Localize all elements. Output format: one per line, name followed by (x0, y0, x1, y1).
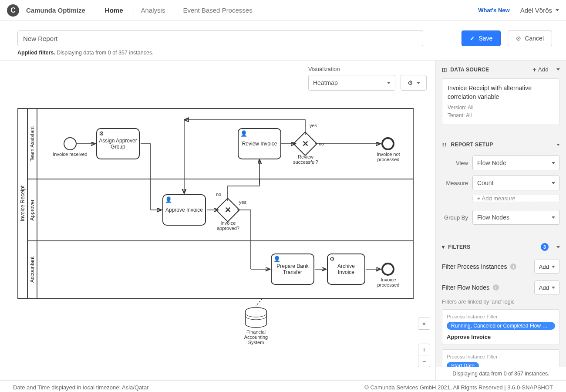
data-source-card[interactable]: Invoice Receipt with alternative correla… (442, 78, 560, 125)
chevron-down-icon (417, 82, 420, 84)
filter-card-type: Process Instance Filter (447, 354, 555, 359)
section-title: DATA SOURCE (450, 67, 489, 73)
bpmn-pool: Invoice Receipt Team Assistant Invoice r… (17, 108, 414, 299)
filter-card-type: Process Instance Filter (447, 314, 555, 319)
edge-label-yes: yes (310, 123, 317, 128)
nav-home[interactable]: Home (98, 4, 130, 17)
task-label: Archive Invoice (330, 263, 363, 275)
cube-icon: ◫ (442, 67, 447, 73)
chevron-down-icon (556, 9, 559, 11)
visualization-label: Visualization (308, 66, 395, 72)
task-label: Review Invoice (242, 141, 277, 147)
info-icon[interactable]: i (493, 284, 499, 291)
add-label: Add (539, 284, 549, 291)
start-event[interactable] (64, 137, 77, 150)
chevron-down-icon (552, 162, 555, 164)
section-title: FILTERS (448, 244, 470, 250)
pool-label: Invoice Receipt (20, 186, 26, 221)
nav-separator (96, 6, 96, 15)
gear-icon: ⚙ (330, 256, 335, 262)
app-header: C Camunda Optimize Home Analysis Event B… (0, 0, 566, 21)
copyright-text: © Camunda Services GmbH 2021, All Rights… (364, 384, 553, 391)
filter-card[interactable]: Process Instance Filter Running, Cancele… (442, 309, 560, 345)
crosshair-icon: ⌖ (422, 320, 426, 328)
view-select[interactable]: Flow Node (472, 155, 560, 170)
end-event-label: Invoice processed (371, 277, 406, 287)
brand-name: Camunda Optimize (26, 7, 85, 14)
locate-button[interactable]: ⌖ (418, 318, 430, 330)
visualization-settings-button[interactable]: ⚙ (401, 75, 427, 91)
cancel-label: Cancel (525, 35, 544, 42)
cancel-icon: ⊘ (516, 35, 521, 42)
canvas-area: Visualization Heatmap ⚙ Invoice Receipt … (0, 61, 435, 380)
data-source-tenant: Tenant: All (448, 112, 554, 119)
report-setup-header[interactable]: ⫶⫶ REPORT SETUP (436, 136, 566, 153)
filter-pi-label: Filter Process Instances (442, 263, 507, 270)
nav-event-based-processes[interactable]: Event Based Processes (176, 4, 259, 17)
data-source-version: Version: All (448, 104, 554, 112)
filter-note: Filters are linked by 'and' logic (436, 298, 566, 309)
gear-icon: ⚙ (99, 130, 104, 137)
gateway-approve[interactable]: ✕ (216, 198, 240, 223)
lane-label: Approver (29, 199, 35, 221)
whats-new-link[interactable]: What's New (478, 7, 509, 14)
group-by-select[interactable]: Flow Nodes (472, 210, 560, 225)
bpmn-diagram[interactable]: Invoice Receipt Team Assistant Invoice r… (17, 108, 414, 351)
visualization-select[interactable]: Heatmap (308, 75, 395, 91)
task-label: Approve Invoice (165, 207, 203, 213)
save-label: Save (478, 35, 492, 42)
filters-header[interactable]: ▾ FILTERS 3 (436, 238, 566, 256)
filters-count-badge: 3 (541, 243, 549, 251)
user-menu[interactable]: Adél Vörös (520, 7, 559, 14)
applied-filters-text: Applied filters. Displaying data from 0 … (17, 50, 423, 56)
task-archive-invoice[interactable]: ⚙ Archive Invoice (327, 253, 365, 285)
data-source-header[interactable]: ◫ DATA SOURCE + Add (436, 61, 566, 78)
measure-select[interactable]: Count (472, 176, 560, 190)
gateway-approve-label: Invoice approved? (211, 220, 246, 231)
measure-label: Measure (442, 180, 468, 186)
save-button[interactable]: ✓ Save (462, 30, 501, 46)
start-event-label: Invoice received (53, 152, 88, 157)
edge-label-no: no (216, 192, 221, 197)
filter-pi-add-dropdown[interactable]: Add (534, 260, 560, 274)
plus-icon: + (532, 66, 536, 73)
gateway-review[interactable]: ✕ (293, 132, 318, 156)
task-assign-approver[interactable]: ⚙ Assign Approver Group (96, 128, 140, 159)
nav-analysis[interactable]: Analysis (134, 4, 172, 17)
task-label: Assign Approver Group (99, 138, 137, 150)
section-title: REPORT SETUP (451, 142, 493, 148)
task-approve-invoice[interactable]: 👤 Approve Invoice (162, 194, 206, 226)
add-label: Add (539, 264, 549, 270)
add-label: Add (538, 66, 549, 73)
chevron-down-icon (552, 266, 555, 268)
check-icon: ✓ (470, 35, 475, 42)
chevron-down-icon (552, 216, 555, 219)
end-event-processed[interactable] (381, 263, 394, 276)
filter-chip: Running, Canceled or Completed Flow No..… (447, 322, 555, 330)
user-name: Adél Vörös (520, 7, 552, 14)
data-store[interactable] (245, 307, 267, 328)
report-toolbar: Applied filters. Displaying data from 0 … (0, 21, 566, 61)
group-by-label: Group By (442, 214, 468, 221)
info-icon[interactable]: i (510, 264, 516, 270)
zoom-out-button[interactable]: − (418, 355, 430, 367)
zoom-in-button[interactable]: + (418, 344, 430, 355)
add-measure-button[interactable]: + Add measure (472, 195, 560, 202)
lane-label: Team Assistant (29, 126, 35, 162)
data-source-add-button[interactable]: + Add (532, 66, 549, 73)
main-nav: Home Analysis Event Based Processes (96, 4, 259, 17)
filter-fn-add-dropdown[interactable]: Add (534, 280, 560, 294)
chevron-down-icon (552, 287, 555, 289)
end-event-not-processed[interactable] (381, 137, 394, 150)
data-store-label: Financial Accounting System (239, 329, 273, 345)
cancel-button[interactable]: ⊘ Cancel (508, 30, 552, 46)
timezone-text: Date and Time displayed in local timezon… (13, 384, 148, 391)
task-review-invoice[interactable]: 👤 Review Invoice (238, 128, 281, 159)
filter-icon: ▾ (442, 244, 445, 250)
filter-card-target: Approve Invoice (447, 334, 555, 340)
config-panel: ◫ DATA SOURCE + Add Invoice Receipt with… (435, 61, 566, 380)
view-label: View (442, 160, 468, 166)
report-name-input[interactable] (17, 30, 423, 46)
task-prepare-bank-transfer[interactable]: 👤 Prepare Bank Transfer (271, 253, 314, 285)
data-source-title: Invoice Receipt with alternative correla… (448, 84, 554, 101)
